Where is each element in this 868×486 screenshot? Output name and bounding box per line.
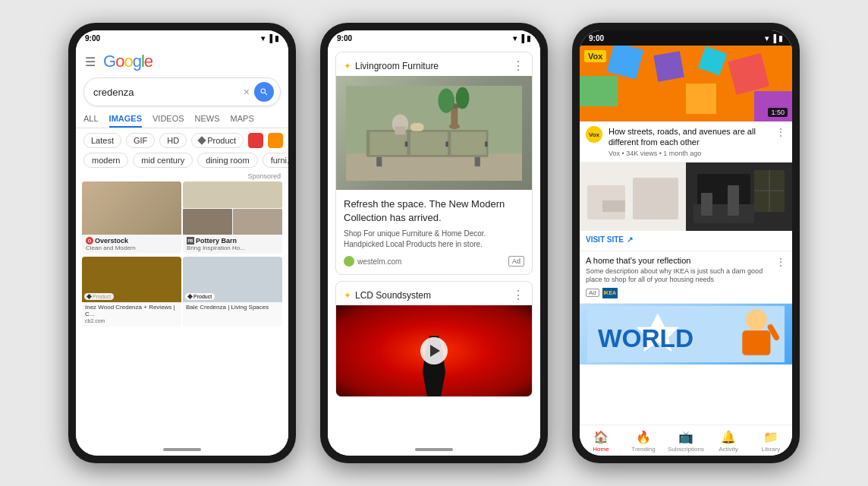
- tab-videos[interactable]: VIDEOS: [153, 111, 184, 128]
- result-potterybarn[interactable]: PB Pottery Barn Bring Inspiration Ho...: [183, 181, 282, 254]
- library-nav-label: Library: [762, 446, 780, 453]
- feed-star-icon-2: ✦: [344, 290, 351, 301]
- product-diamond-icon: [198, 136, 206, 144]
- yt-more-icon[interactable]: ⋮: [775, 126, 786, 157]
- tab-news[interactable]: NEWS: [195, 111, 220, 128]
- tag-modern[interactable]: modern: [83, 153, 128, 168]
- yt-video-meta: Vox • 34K views • 1 month ago: [609, 150, 769, 157]
- svg-rect-17: [395, 126, 405, 134]
- product-badge-ls: Product: [185, 293, 215, 300]
- feed-music-name-text: LCD Soundsystem: [355, 290, 431, 301]
- phone-3: 9:00 ▾ ▐ ▮: [572, 23, 800, 463]
- result-overstock[interactable]: O Overstock Clean and Modern: [82, 181, 181, 254]
- time-3: 9:00: [589, 34, 604, 43]
- svg-rect-12: [451, 106, 458, 128]
- nav-item-library[interactable]: 📁 Library: [750, 430, 792, 453]
- subscriptions-nav-label: Subscriptions: [668, 446, 704, 453]
- product-row: Product Inez Wood Credenza + Reviews | C…: [76, 257, 288, 327]
- search-clear-icon[interactable]: ×: [244, 86, 250, 98]
- g-blue2: g: [133, 52, 141, 71]
- time-1: 9:00: [85, 34, 100, 43]
- product-title-cb2: Inez Wood Credenza + Reviews | C...: [85, 304, 178, 317]
- phone-2-screen: 9:00 ▾ ▐ ▮ ✦ Livingroom Furniture ⋮: [328, 30, 540, 456]
- filter-latest[interactable]: Latest: [83, 133, 121, 148]
- yt-card-vox[interactable]: Vox How streets, roads, and avenues are …: [580, 122, 792, 163]
- feed-store-music: ✦ LCD Soundsystem: [344, 290, 431, 301]
- phone-3-screen: 9:00 ▾ ▐ ▮: [580, 30, 792, 456]
- nav-item-activity[interactable]: 🔔 Activity: [707, 430, 750, 453]
- feed-more-icon-2[interactable]: ⋮: [512, 288, 524, 302]
- video-thumbnail: [336, 305, 532, 396]
- nav-item-home[interactable]: 🏠 Home: [580, 430, 622, 453]
- scene: 9:00 ▾ ▐ ▮ ☰ Google credenza: [0, 0, 868, 486]
- phone-2: 9:00 ▾ ▐ ▮ ✦ Livingroom Furniture ⋮: [320, 23, 548, 463]
- product-cb2[interactable]: Product Inez Wood Credenza + Reviews | C…: [82, 257, 181, 327]
- colorful-pattern: [580, 46, 792, 122]
- g-yellow: o: [124, 52, 132, 71]
- product-info-ls: Bale Credenza | Living Spaces: [183, 302, 282, 314]
- signal-icon-1: ▐: [267, 34, 272, 43]
- overstock-icon: O: [86, 237, 93, 245]
- svg-rect-5: [451, 131, 486, 154]
- feed-card-music: ✦ LCD Soundsystem ⋮: [335, 281, 533, 397]
- tag-furni[interactable]: furni...: [263, 153, 288, 168]
- svg-rect-8: [485, 141, 488, 147]
- video-duration: 1:50: [768, 108, 788, 117]
- hamburger-icon[interactable]: ☰: [85, 55, 96, 69]
- svg-rect-18: [410, 123, 424, 131]
- battery-icon-2: ▮: [527, 34, 531, 43]
- wifi-icon-2: ▾: [513, 34, 517, 43]
- svg-point-15: [456, 87, 470, 109]
- feed-furniture-body: Refresh the space. The New Modern Collec…: [336, 190, 532, 274]
- search-button[interactable]: [254, 82, 274, 102]
- tab-all[interactable]: ALL: [83, 111, 99, 128]
- potterybarn-name: PB Pottery Barn: [187, 237, 278, 245]
- feed-card-music-header: ✦ LCD Soundsystem ⋮: [336, 282, 532, 305]
- search-bar[interactable]: credenza ×: [83, 77, 281, 106]
- nav-item-subscriptions[interactable]: 📺 Subscriptions: [665, 430, 707, 453]
- product-title-ls: Bale Credenza | Living Spaces: [186, 304, 279, 311]
- filter-product[interactable]: Product: [191, 133, 244, 148]
- ikea-more-icon[interactable]: ⋮: [769, 256, 786, 268]
- house-svg: [580, 163, 792, 231]
- yt-house-thumb: [580, 163, 792, 231]
- tab-images[interactable]: IMAGES: [109, 111, 142, 128]
- filter-hd[interactable]: HD: [159, 133, 187, 148]
- activity-nav-icon: 🔔: [721, 430, 736, 444]
- product-badge-cb2: Product: [84, 293, 114, 300]
- trending-nav-icon: 🔥: [636, 430, 651, 444]
- potterybarn-text: Pottery Barn: [196, 237, 237, 245]
- feed-more-icon[interactable]: ⋮: [512, 58, 524, 73]
- visit-site-button[interactable]: VISIT SITE ↗: [586, 235, 786, 244]
- time-2: 9:00: [337, 34, 352, 43]
- tab-maps[interactable]: MAPS: [231, 111, 254, 128]
- filter-color-orange[interactable]: [268, 133, 283, 148]
- svg-rect-26: [754, 91, 792, 122]
- ikea-title: A home that's your reflection: [586, 256, 769, 265]
- battery-icon-1: ▮: [275, 34, 279, 43]
- feed-footer: westelm.com Ad: [344, 256, 524, 267]
- tag-diningroom[interactable]: dining room: [197, 153, 257, 168]
- nav-item-trending[interactable]: 🔥 Trending: [622, 430, 665, 453]
- feed-ad-desc: Shop For unique Furniture & Home Decor. …: [344, 229, 524, 250]
- tag-midcentury[interactable]: mid century: [133, 153, 193, 168]
- product-livingspaces[interactable]: Product Bale Credenza | Living Spaces: [183, 257, 282, 327]
- status-icons-1: ▾ ▐ ▮: [261, 34, 279, 43]
- overstock-label: O Overstock Clean and Modern: [82, 235, 181, 254]
- feed-store-furniture: ✦ Livingroom Furniture: [344, 61, 439, 71]
- ikea-ad-badge: Ad: [586, 289, 599, 297]
- svg-rect-29: [633, 178, 678, 219]
- vox-badge-icon: Vox: [586, 126, 602, 143]
- furniture-svg: [346, 82, 522, 185]
- yt-world-thumb: WORLD: [580, 304, 792, 364]
- feed-star-icon: ✦: [344, 61, 351, 71]
- ikea-desc: Some description about why IKEA is just …: [586, 267, 769, 285]
- filter-color-red[interactable]: [248, 133, 263, 148]
- play-triangle-icon: [430, 345, 440, 357]
- search-query: credenza: [93, 87, 244, 98]
- phone-1-screen: 9:00 ▾ ▐ ▮ ☰ Google credenza: [76, 30, 288, 456]
- filter-gif[interactable]: GIF: [126, 133, 155, 148]
- status-bar-1: 9:00 ▾ ▐ ▮: [76, 30, 288, 46]
- domain-dot-icon: [344, 256, 354, 267]
- status-icons-2: ▾ ▐ ▮: [513, 34, 531, 43]
